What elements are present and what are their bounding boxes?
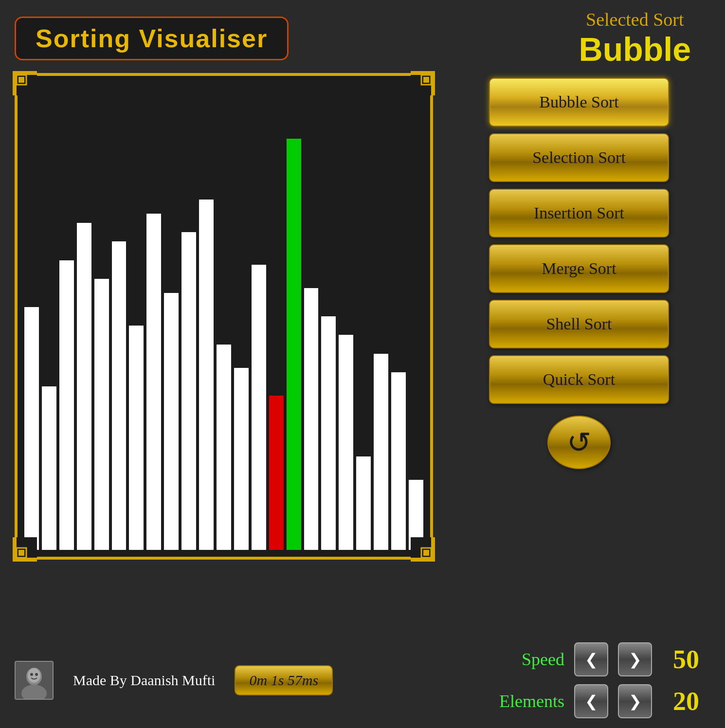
bar: [234, 368, 249, 550]
bar: [129, 326, 144, 550]
bar: [374, 354, 388, 550]
time-badge: 0m 1s 57ms: [235, 665, 333, 695]
selection-sort-button[interactable]: Selection Sort: [489, 133, 669, 182]
bar: [164, 293, 179, 550]
app-title: Sorting Visualiser: [36, 24, 268, 53]
main-content: Bubble Sort Selection Sort Insertion Sor…: [0, 73, 725, 633]
corner-ornament-tr: [411, 71, 435, 95]
header: Sorting Visualiser Selected Sort Bubble: [0, 0, 725, 73]
svg-point-23: [28, 668, 40, 683]
made-by-text: Made By Daanish Mufti: [73, 672, 215, 689]
bar: [199, 200, 214, 550]
bar: [217, 345, 231, 550]
bar: [112, 241, 127, 550]
speed-label: Speed: [477, 649, 564, 670]
elements-label: Elements: [477, 691, 564, 711]
visualizer-canvas: [15, 73, 433, 560]
corner-ornament-br: [411, 537, 435, 562]
bar: [287, 139, 301, 550]
corner-ornament-tl: [13, 71, 37, 95]
elements-increase-button[interactable]: ❯: [618, 684, 652, 718]
merge-sort-button[interactable]: Merge Sort: [489, 244, 669, 293]
elements-decrease-button[interactable]: ❮: [574, 684, 608, 718]
visualizer-wrapper: [15, 73, 433, 560]
corner-ornament-bl: [13, 537, 37, 562]
right-panel: Bubble Sort Selection Sort Insertion Sor…: [443, 73, 715, 633]
svg-point-25: [35, 673, 38, 676]
speed-control-row: Speed ❮ ❯ 50: [477, 642, 710, 676]
elements-control-row: Elements ❮ ❯ 20: [477, 684, 710, 718]
insertion-sort-button[interactable]: Insertion Sort: [489, 189, 669, 237]
speed-increase-button[interactable]: ❯: [618, 642, 652, 676]
bar: [304, 288, 319, 550]
selected-sort-name: Bubble: [579, 30, 691, 68]
shell-sort-button[interactable]: Shell Sort: [489, 300, 669, 348]
svg-rect-19: [423, 550, 429, 556]
bar: [181, 232, 196, 550]
elements-value: 20: [662, 686, 710, 716]
bar: [24, 307, 39, 550]
reset-icon: ↺: [567, 425, 591, 459]
quick-sort-button[interactable]: Quick Sort: [489, 355, 669, 404]
bar: [94, 279, 109, 550]
svg-rect-14: [18, 550, 24, 556]
speed-value: 50: [662, 644, 710, 674]
reset-button[interactable]: ↺: [547, 416, 611, 469]
bar: [269, 396, 284, 550]
bar: [356, 456, 371, 550]
speed-decrease-button[interactable]: ❮: [574, 642, 608, 676]
selected-sort-label: Selected Sort: [579, 9, 691, 30]
svg-rect-9: [423, 77, 429, 83]
avatar: [15, 661, 54, 700]
bar: [77, 223, 91, 550]
selected-sort-area: Selected Sort Bubble: [579, 9, 710, 68]
bar: [146, 214, 161, 550]
svg-point-24: [30, 673, 33, 676]
footer: Made By Daanish Mufti 0m 1s 57ms Speed ❮…: [0, 633, 725, 728]
bar: [59, 260, 74, 550]
svg-rect-4: [18, 77, 24, 83]
bar: [391, 372, 406, 550]
bar: [252, 265, 266, 550]
bar: [339, 335, 353, 550]
controls-area: Speed ❮ ❯ 50 Elements ❮ ❯ 20: [477, 642, 710, 718]
bubble-sort-button[interactable]: Bubble Sort: [489, 78, 669, 127]
bar: [42, 386, 56, 550]
bar: [321, 316, 336, 550]
title-box: Sorting Visualiser: [15, 17, 289, 60]
